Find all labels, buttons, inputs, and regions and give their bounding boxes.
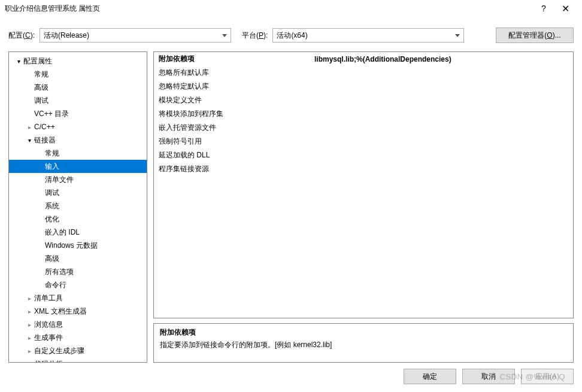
tree-item[interactable]: 命令行 — [9, 278, 147, 291]
config-combo[interactable]: 活动(Release) — [40, 28, 231, 42]
config-label: 配置(C): — [8, 31, 35, 41]
tree-item-label: 调试 — [34, 96, 48, 106]
tree-item-label: VC++ 目录 — [34, 109, 69, 119]
property-name: 模块定义文件 — [154, 93, 310, 107]
tree-item[interactable]: C/C++ — [9, 120, 147, 133]
tree-item[interactable]: 生成事件 — [9, 331, 147, 344]
help-button[interactable]: ? — [533, 4, 554, 13]
tree-item-label: 所有选项 — [45, 267, 74, 277]
tree-item[interactable]: Windows 元数据 — [9, 239, 147, 252]
tree-item-label: 优化 — [45, 214, 59, 224]
config-combo-value: 活动(Release) — [44, 31, 89, 41]
property-value[interactable] — [310, 121, 573, 135]
property-grid[interactable]: 附加依赖项libmysql.lib;%(AdditionalDependenci… — [153, 51, 574, 318]
config-toolbar: 配置(C): 活动(Release) 平台(P): 活动(x64) 配置管理器(… — [0, 18, 582, 51]
tree-item[interactable]: 调试 — [9, 94, 147, 107]
tree-item-label: 代码分析 — [34, 359, 63, 363]
tree-item[interactable]: 常规 — [9, 68, 147, 81]
tree-item-label: 常规 — [34, 69, 48, 80]
tree-item[interactable]: VC++ 目录 — [9, 107, 147, 120]
property-row[interactable]: 程序集链接资源 — [154, 162, 573, 176]
apply-button: 应用(A) — [521, 369, 574, 384]
chevron-down-icon — [455, 34, 460, 37]
property-value[interactable] — [310, 135, 573, 148]
property-name: 忽略特定默认库 — [154, 80, 310, 93]
collapsed-icon[interactable] — [26, 335, 33, 341]
property-row[interactable]: 将模块添加到程序集 — [154, 107, 573, 121]
property-value[interactable] — [310, 162, 573, 176]
tree-item-label: 命令行 — [45, 280, 66, 290]
category-tree[interactable]: 配置属性常规高级调试VC++ 目录C/C++链接器常规输入清单文件调试系统优化嵌… — [8, 51, 147, 363]
tree-item-label: 嵌入的 IDL — [45, 227, 80, 238]
tree-item-label: 高级 — [34, 83, 48, 93]
tree-item[interactable]: 输入 — [9, 160, 147, 173]
titlebar: 职业介绍信息管理系统 属性页 ? ✕ — [0, 0, 582, 18]
tree-item[interactable]: 优化 — [9, 212, 147, 226]
collapsed-icon[interactable] — [26, 124, 33, 130]
property-name: 程序集链接资源 — [154, 162, 310, 176]
property-value[interactable] — [310, 66, 573, 80]
tree-item-label: 输入 — [45, 162, 59, 172]
platform-label: 平台(P): — [242, 31, 268, 41]
ok-button[interactable]: 确定 — [404, 369, 456, 384]
tree-item[interactable]: 所有选项 — [9, 265, 147, 278]
platform-combo-value: 活动(x64) — [277, 31, 307, 41]
tree-item[interactable]: 清单文件 — [9, 173, 147, 186]
property-row[interactable]: 嵌入托管资源文件 — [154, 121, 573, 135]
tree-item-label: 配置属性 — [23, 56, 52, 66]
tree-item[interactable]: XML 文档生成器 — [9, 305, 147, 318]
config-manager-button[interactable]: 配置管理器(O)... — [496, 28, 574, 43]
property-name: 忽略所有默认库 — [154, 66, 310, 80]
description-panel: 附加依赖项 指定要添加到链接命令行的附加项。[例如 kernel32.lib] — [153, 323, 574, 363]
cancel-button[interactable]: 取消 — [462, 369, 515, 384]
property-value[interactable] — [310, 107, 573, 121]
collapsed-icon[interactable] — [26, 361, 33, 363]
tree-item-label: XML 文档生成器 — [34, 306, 87, 317]
property-value[interactable] — [310, 93, 573, 107]
property-row[interactable]: 模块定义文件 — [154, 93, 573, 107]
expanded-icon[interactable] — [15, 58, 22, 65]
tree-item[interactable]: 系统 — [9, 199, 147, 212]
collapsed-icon[interactable] — [26, 348, 33, 354]
property-name: 嵌入托管资源文件 — [154, 121, 310, 135]
tree-item[interactable]: 配置属性 — [9, 54, 147, 68]
tree-item[interactable]: 清单工具 — [9, 291, 147, 305]
tree-item[interactable]: 自定义生成步骤 — [9, 344, 147, 357]
property-value[interactable]: libmysql.lib;%(AdditionalDependencies) — [310, 52, 573, 66]
property-value[interactable] — [310, 148, 573, 162]
tree-item-label: 系统 — [45, 201, 59, 211]
tree-item-label: 生成事件 — [34, 333, 63, 343]
close-button[interactable]: ✕ — [554, 3, 576, 14]
chevron-down-icon — [222, 34, 227, 37]
tree-item[interactable]: 常规 — [9, 147, 147, 160]
property-row[interactable]: 附加依赖项libmysql.lib;%(AdditionalDependenci… — [154, 52, 573, 66]
description-text: 指定要添加到链接命令行的附加项。[例如 kernel32.lib] — [160, 340, 567, 350]
tree-item[interactable]: 链接器 — [9, 133, 147, 147]
property-name: 强制符号引用 — [154, 135, 310, 148]
collapsed-icon[interactable] — [26, 321, 33, 328]
property-name: 将模块添加到程序集 — [154, 107, 310, 121]
dialog-footer: 确定 取消 应用(A) — [0, 363, 582, 390]
tree-item-label: 链接器 — [34, 135, 56, 145]
tree-item-label: 常规 — [45, 148, 59, 159]
property-row[interactable]: 忽略特定默认库 — [154, 80, 573, 93]
expanded-icon[interactable] — [26, 137, 33, 144]
collapsed-icon[interactable] — [26, 295, 33, 302]
window-title: 职业介绍信息管理系统 属性页 — [5, 4, 533, 14]
tree-item[interactable]: 浏览信息 — [9, 318, 147, 331]
collapsed-icon[interactable] — [26, 308, 33, 315]
property-value[interactable] — [310, 80, 573, 93]
tree-item-label: C/C++ — [34, 123, 55, 131]
property-row[interactable]: 强制符号引用 — [154, 135, 573, 148]
tree-item-label: 高级 — [45, 254, 59, 264]
tree-item[interactable]: 调试 — [9, 186, 147, 199]
property-row[interactable]: 延迟加载的 DLL — [154, 148, 573, 162]
property-row[interactable]: 忽略所有默认库 — [154, 66, 573, 80]
tree-item-label: 清单文件 — [45, 175, 74, 185]
platform-combo[interactable]: 活动(x64) — [272, 28, 464, 42]
tree-item-label: Windows 元数据 — [45, 241, 98, 251]
tree-item[interactable]: 代码分析 — [9, 357, 147, 363]
tree-item[interactable]: 嵌入的 IDL — [9, 226, 147, 239]
tree-item[interactable]: 高级 — [9, 81, 147, 94]
tree-item[interactable]: 高级 — [9, 252, 147, 265]
